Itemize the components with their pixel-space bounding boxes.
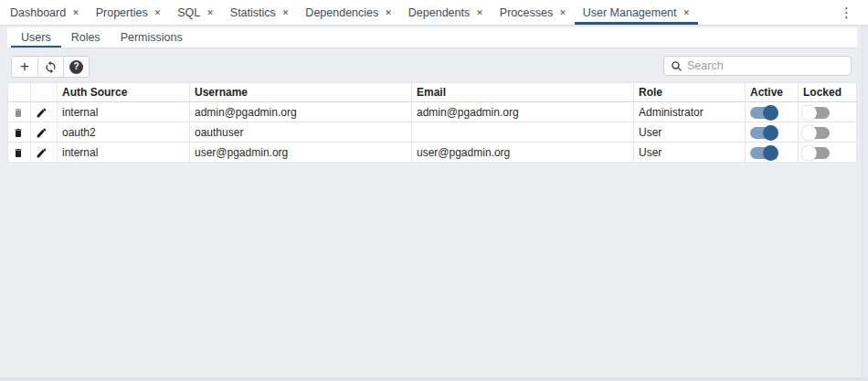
close-icon[interactable]: ✕ xyxy=(385,8,392,17)
table-row: oauth2 oauthuser User xyxy=(8,122,857,143)
locked-toggle[interactable] xyxy=(803,127,830,139)
edit-row-button[interactable] xyxy=(36,147,48,159)
main-tab-bar: Dashboard ✕ Properties ✕ SQL ✕ Statistic… xyxy=(0,0,868,26)
help-button[interactable]: ? xyxy=(63,57,89,77)
column-header-delete xyxy=(8,83,31,102)
search-input[interactable] xyxy=(687,59,851,72)
close-icon[interactable]: ✕ xyxy=(559,8,566,17)
column-header-active: Active xyxy=(746,83,799,102)
trash-icon xyxy=(13,107,24,119)
tab-label: Users xyxy=(21,31,51,44)
refresh-button[interactable] xyxy=(37,57,63,77)
tab-label: Roles xyxy=(71,31,101,44)
trash-icon xyxy=(13,147,24,159)
pencil-icon xyxy=(36,127,48,139)
column-header-edit xyxy=(31,83,58,102)
cell-role[interactable]: User xyxy=(634,143,746,163)
cell-username[interactable]: oauthuser xyxy=(190,122,412,143)
active-toggle[interactable] xyxy=(750,127,777,139)
users-table: Auth Source Username Email Role Active L… xyxy=(7,82,857,163)
delete-row-button[interactable] xyxy=(13,107,24,119)
cell-email[interactable]: user@pgadmin.org xyxy=(412,143,634,163)
tab-label: Dependencies xyxy=(305,6,378,19)
tab-label: Properties xyxy=(96,6,148,19)
cell-role[interactable]: Administrator xyxy=(634,102,746,122)
tab-sql[interactable]: SQL ✕ xyxy=(169,0,222,25)
tab-label: Dependents xyxy=(408,6,470,19)
toolbar-button-group: + ? xyxy=(11,56,90,78)
tab-dashboard[interactable]: Dashboard ✕ xyxy=(2,0,88,25)
pencil-icon xyxy=(36,147,48,159)
tab-label: Processes xyxy=(500,6,553,19)
tab-statistics[interactable]: Statistics ✕ xyxy=(222,0,298,25)
tab-roles[interactable]: Roles xyxy=(61,27,111,48)
kebab-menu-icon[interactable]: ⋮ xyxy=(840,4,853,22)
vertical-scrollbar-track[interactable] xyxy=(862,26,868,377)
column-header-locked: Locked xyxy=(799,83,857,102)
trash-icon xyxy=(13,127,24,139)
toggle-knob xyxy=(763,105,778,121)
cell-email[interactable]: admin@pgadmin.org xyxy=(412,102,634,122)
cell-auth-source[interactable]: internal xyxy=(58,143,190,163)
horizontal-scrollbar-track[interactable] xyxy=(0,377,868,381)
help-icon: ? xyxy=(69,60,83,74)
column-header-username: Username xyxy=(190,83,412,102)
cell-email[interactable] xyxy=(412,122,634,143)
cell-auth-source[interactable]: internal xyxy=(58,102,190,122)
table-row: internal user@pgadmin.org user@pgadmin.o… xyxy=(8,143,857,163)
toggle-knob xyxy=(801,125,817,141)
tab-properties[interactable]: Properties ✕ xyxy=(88,0,170,25)
add-user-button[interactable]: + xyxy=(12,57,37,77)
close-icon[interactable]: ✕ xyxy=(154,8,162,17)
column-header-role: Role xyxy=(634,83,746,102)
locked-toggle[interactable] xyxy=(803,147,830,159)
table-row: internal admin@pgadmin.org admin@pgadmin… xyxy=(8,102,857,122)
active-toggle[interactable] xyxy=(750,147,777,159)
column-header-email: Email xyxy=(412,83,634,102)
table-header-row: Auth Source Username Email Role Active L… xyxy=(8,83,857,102)
close-icon[interactable]: ✕ xyxy=(72,8,79,17)
active-toggle[interactable] xyxy=(750,107,777,119)
tab-processes[interactable]: Processes ✕ xyxy=(492,0,575,25)
search-icon xyxy=(671,60,683,72)
tab-label: Statistics xyxy=(230,6,276,19)
edit-row-button[interactable] xyxy=(36,107,48,119)
close-icon[interactable]: ✕ xyxy=(282,8,290,17)
tab-users[interactable]: Users xyxy=(11,27,61,48)
tab-label: Permissions xyxy=(121,31,183,44)
toggle-knob xyxy=(801,105,817,121)
toggle-knob xyxy=(763,125,778,141)
tab-label: SQL xyxy=(177,6,200,19)
plus-icon: + xyxy=(20,58,29,74)
pencil-icon xyxy=(36,107,48,119)
cell-role[interactable]: User xyxy=(634,122,746,143)
column-header-auth-source: Auth Source xyxy=(58,83,190,102)
tab-label: User Management xyxy=(583,6,677,19)
search-box[interactable] xyxy=(663,56,852,76)
tab-label: Dashboard xyxy=(10,6,66,19)
cell-username[interactable]: admin@pgadmin.org xyxy=(190,102,412,122)
toggle-knob xyxy=(763,145,778,161)
edit-row-button[interactable] xyxy=(36,127,48,139)
cell-auth-source[interactable]: oauth2 xyxy=(58,122,190,143)
close-icon[interactable]: ✕ xyxy=(206,8,214,17)
locked-toggle[interactable] xyxy=(803,107,830,119)
close-icon[interactable]: ✕ xyxy=(683,8,691,17)
tab-user-management[interactable]: User Management ✕ xyxy=(575,0,698,25)
toggle-knob xyxy=(801,145,817,161)
delete-row-button[interactable] xyxy=(13,127,24,139)
tab-permissions[interactable]: Permissions xyxy=(111,27,193,48)
close-icon[interactable]: ✕ xyxy=(476,8,483,17)
tab-dependencies[interactable]: Dependencies ✕ xyxy=(297,0,399,25)
tab-dependents[interactable]: Dependents ✕ xyxy=(400,0,492,25)
sub-tab-bar: Users Roles Permissions xyxy=(7,27,857,48)
delete-row-button[interactable] xyxy=(13,147,24,159)
refresh-icon xyxy=(44,60,58,74)
cell-username[interactable]: user@pgadmin.org xyxy=(190,143,412,163)
